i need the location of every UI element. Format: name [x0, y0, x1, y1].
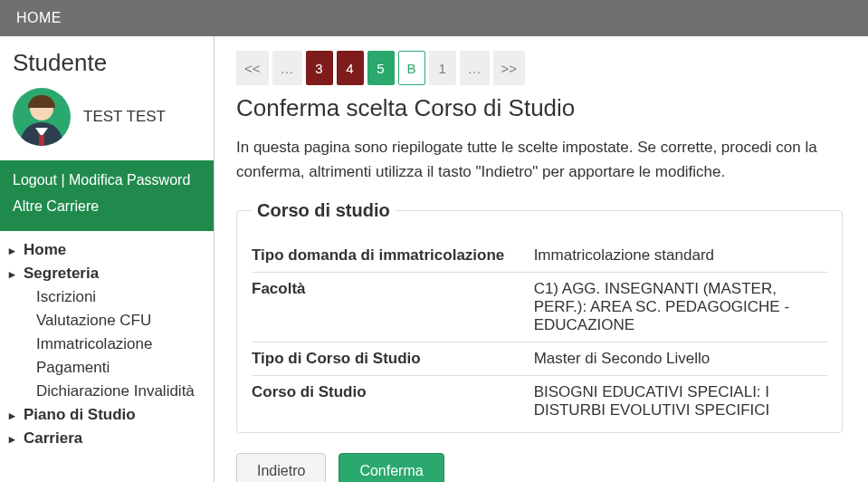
avatar-icon: [13, 88, 71, 146]
logout-link[interactable]: Logout: [13, 172, 57, 188]
account-bar: Logout | Modifica Password Altre Carrier…: [0, 160, 214, 231]
topbar-home-link[interactable]: HOME: [16, 10, 62, 26]
corso-box: Corso di studio Tipo domanda di immatric…: [236, 200, 843, 433]
nav-iscrizioni[interactable]: Iscrizioni: [0, 285, 214, 309]
table-row: Tipo di Corso di Studio Master di Second…: [252, 342, 827, 375]
row-value: C1) AGG. INSEGNANTI (MASTER, PERF.): ARE…: [534, 280, 827, 334]
nav-dichiarazione-invalidita[interactable]: Dichiarazione Invalidità: [0, 380, 214, 403]
row-value: BISOGNI EDUCATIVI SPECIALI: I DISTURBI E…: [534, 383, 827, 419]
row-label: Facoltà: [252, 280, 534, 334]
page-description: In questa pagina sono riepilogate tutte …: [236, 135, 843, 184]
user-name: TEST TEST: [83, 108, 166, 126]
row-value: Master di Secondo Livello: [534, 350, 827, 368]
step-last[interactable]: >>: [493, 51, 526, 85]
other-careers-link[interactable]: Altre Carriere: [13, 198, 99, 214]
change-password-link[interactable]: Modifica Password: [69, 172, 190, 188]
corso-box-legend: Corso di studio: [252, 200, 396, 221]
nav-valutazione-cfu[interactable]: Valutazione CFU: [0, 309, 214, 333]
table-row: Tipo domanda di immatricolazione Immatri…: [252, 239, 827, 272]
user-block: TEST TEST: [0, 81, 214, 160]
nav: Home Segreteria Iscrizioni Valutazione C…: [0, 231, 214, 450]
row-value: Immatricolazione standard: [534, 246, 827, 265]
confirm-button[interactable]: Conferma: [339, 453, 444, 482]
main: << … 3 4 5 B 1 … >> Conferma scelta Cors…: [215, 36, 868, 482]
table-row: Facoltà C1) AGG. INSEGNANTI (MASTER, PER…: [252, 272, 827, 342]
nav-pagamenti[interactable]: Pagamenti: [0, 356, 214, 380]
separator: |: [61, 172, 69, 188]
nav-segreteria[interactable]: Segreteria: [0, 262, 214, 285]
nav-home[interactable]: Home: [0, 238, 214, 262]
back-button[interactable]: Indietro: [236, 453, 326, 482]
row-label: Tipo di Corso di Studio: [252, 350, 534, 368]
row-label: Tipo domanda di immatricolazione: [252, 246, 534, 265]
nav-carriera[interactable]: Carriera: [0, 427, 214, 450]
nav-immatricolazione[interactable]: Immatricolazione: [0, 333, 214, 356]
row-label: Corso di Studio: [252, 383, 534, 419]
step-1[interactable]: 1: [429, 51, 456, 85]
topbar: HOME: [0, 0, 868, 36]
step-first[interactable]: <<: [236, 51, 269, 85]
page-title: Conferma scelta Corso di Studio: [236, 94, 843, 122]
nav-piano-studio[interactable]: Piano di Studio: [0, 403, 214, 427]
step-next-ellipsis[interactable]: …: [460, 51, 490, 85]
step-prev-ellipsis[interactable]: …: [272, 51, 302, 85]
table-row: Corso di Studio BISOGNI EDUCATIVI SPECIA…: [252, 375, 827, 427]
step-indicator: << … 3 4 5 B 1 … >>: [236, 51, 843, 85]
sidebar-heading: Studente: [0, 36, 214, 81]
step-3[interactable]: 3: [306, 51, 333, 85]
step-5[interactable]: 5: [367, 51, 395, 85]
sidebar: Studente TEST TEST Logout | Modifica Pas…: [0, 36, 215, 482]
step-4[interactable]: 4: [337, 51, 364, 85]
step-b[interactable]: B: [398, 51, 425, 85]
actions: Indietro Conferma: [236, 453, 843, 482]
